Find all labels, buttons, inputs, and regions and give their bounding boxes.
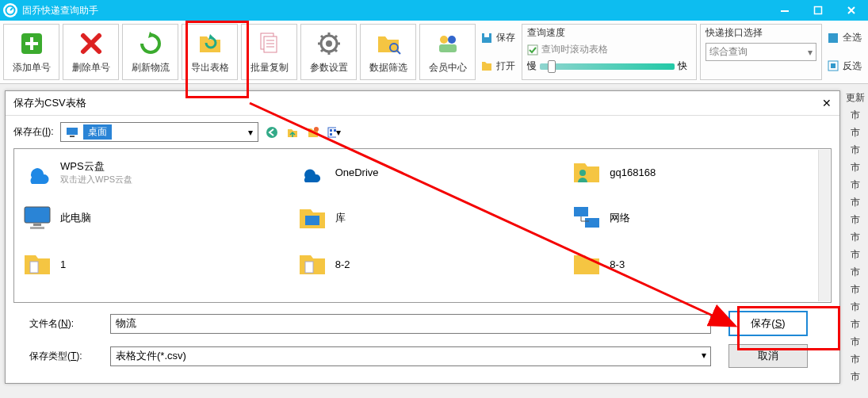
chevron-down-icon: ▾ (248, 127, 253, 138)
delete-button[interactable]: 删除单号 (63, 24, 119, 80)
network-icon (572, 203, 602, 233)
folder-icon (297, 249, 327, 279)
dialog-title: 保存为CSV表格 (13, 96, 86, 110)
folder-icon (22, 249, 52, 279)
svg-rect-31 (305, 216, 319, 225)
copy-icon (255, 29, 284, 58)
file-item-network[interactable]: 网络 (572, 203, 823, 233)
cloud-icon (22, 157, 52, 187)
svg-rect-24 (334, 129, 336, 132)
svg-point-26 (579, 170, 586, 176)
copy-button[interactable]: 批量复制 (241, 24, 297, 80)
maximize-button[interactable] (801, 0, 835, 21)
new-folder-button[interactable] (306, 125, 320, 140)
file-item-thispc[interactable]: 此电脑 (22, 203, 273, 233)
close-button[interactable] (835, 0, 868, 21)
chevron-down-icon: ▾ (808, 47, 813, 58)
filter-button[interactable]: 数据筛选 (360, 24, 416, 80)
svg-rect-34 (30, 262, 38, 273)
monitor-icon (22, 203, 52, 233)
savein-label: 保存在(I): (13, 125, 54, 139)
view-button[interactable]: ▾ (327, 125, 341, 140)
users-icon (434, 29, 462, 58)
save-button[interactable]: 保存(S) (728, 311, 808, 336)
gear-icon (315, 29, 343, 58)
svg-point-21 (314, 127, 319, 132)
save-dialog: 保存为CSV表格 ✕ 保存在(I): 桌面 ▾ ▾ WPS云盘双击进入WPS云盘… (5, 90, 840, 384)
user-folder-icon (572, 157, 602, 187)
svg-rect-5 (264, 36, 277, 52)
svg-rect-30 (30, 227, 44, 229)
cloud-icon (297, 157, 327, 187)
file-item-onedrive[interactable]: OneDrive (297, 157, 549, 187)
filetype-label: 保存类型(T): (29, 350, 101, 363)
api-group: 快递接口选择 综合查询 ▾ (700, 24, 822, 80)
back-button[interactable] (265, 125, 279, 140)
filename-input[interactable] (110, 314, 711, 334)
file-item-folder[interactable]: 1 (22, 249, 273, 279)
select-all-button[interactable]: 全选 (827, 31, 863, 44)
filename-label: 文件名(N): (29, 317, 101, 331)
file-item-library[interactable]: 库 (297, 203, 549, 233)
file-group: 保存 打开 (477, 22, 520, 82)
file-item-folder[interactable]: 8-3 (572, 249, 823, 279)
svg-rect-33 (585, 218, 599, 228)
svg-rect-32 (574, 207, 588, 216)
svg-point-20 (266, 127, 277, 138)
svg-rect-14 (528, 45, 537, 55)
member-button[interactable]: 会员中心 (419, 24, 476, 80)
file-item-folder[interactable]: 8-2 (297, 249, 549, 279)
speed-slider[interactable] (540, 63, 675, 70)
background-column: 更新市市市 市市市市 市市市市 市市市市 市 (846, 89, 865, 385)
settings-button[interactable]: 参数设置 (300, 24, 357, 80)
minimize-button[interactable] (768, 0, 801, 21)
selection-group: 全选 反选 (824, 22, 866, 82)
save-file-button[interactable]: 保存 (480, 31, 517, 44)
file-item-user[interactable]: gq168168 (572, 157, 823, 187)
svg-rect-22 (328, 128, 336, 137)
main-toolbar: 添加单号 删除单号 刷新物流 导出表格 批量复制 参数设置 数据筛选 会员中心 … (0, 21, 868, 84)
svg-point-7 (326, 40, 332, 47)
plus-icon (17, 29, 46, 58)
folder-export-icon (196, 29, 224, 58)
chevron-down-icon: ▾ (702, 350, 706, 361)
invert-select-button[interactable]: 反选 (827, 59, 863, 73)
dialog-close-button[interactable]: ✕ (822, 97, 832, 109)
library-icon (297, 203, 327, 233)
svg-point-10 (448, 36, 456, 44)
svg-rect-27 (25, 207, 50, 223)
svg-rect-23 (330, 129, 332, 132)
file-browser: WPS云盘双击进入WPS云盘 OneDrive gq168168 此电脑 库 网… (13, 148, 832, 303)
scrollbar[interactable] (818, 150, 830, 301)
folder-icon (572, 249, 602, 279)
scroll-checkbox-label[interactable]: 查询时滚动表格 (541, 43, 608, 56)
savein-combo[interactable]: 桌面 ▾ (60, 122, 258, 142)
filter-icon (374, 29, 403, 58)
x-icon (77, 29, 105, 58)
svg-rect-29 (33, 224, 41, 226)
refresh-button[interactable]: 刷新物流 (122, 24, 178, 80)
svg-rect-13 (484, 33, 489, 37)
app-icon (3, 3, 17, 17)
refresh-icon (136, 29, 165, 58)
svg-rect-15 (828, 33, 838, 43)
api-select[interactable]: 综合查询 ▾ (705, 43, 816, 61)
up-button[interactable] (285, 125, 300, 140)
speed-group: 查询速度 查询时滚动表格 慢 快 (522, 24, 697, 80)
export-button[interactable]: 导出表格 (182, 24, 238, 80)
cancel-button[interactable]: 取消 (728, 344, 808, 368)
svg-rect-18 (67, 128, 78, 135)
svg-rect-2 (815, 7, 822, 14)
open-file-button[interactable]: 打开 (480, 59, 517, 73)
svg-rect-25 (330, 133, 332, 136)
svg-point-9 (440, 36, 448, 44)
file-item-wps[interactable]: WPS云盘双击进入WPS云盘 (22, 157, 273, 187)
monitor-icon (66, 127, 78, 138)
add-button[interactable]: 添加单号 (3, 24, 59, 80)
filetype-select[interactable] (110, 346, 711, 366)
svg-rect-35 (305, 262, 313, 273)
svg-rect-11 (439, 44, 457, 52)
window-title: 固乔快递查询助手 (22, 4, 98, 17)
svg-rect-19 (70, 136, 75, 137)
svg-rect-1 (781, 10, 789, 12)
